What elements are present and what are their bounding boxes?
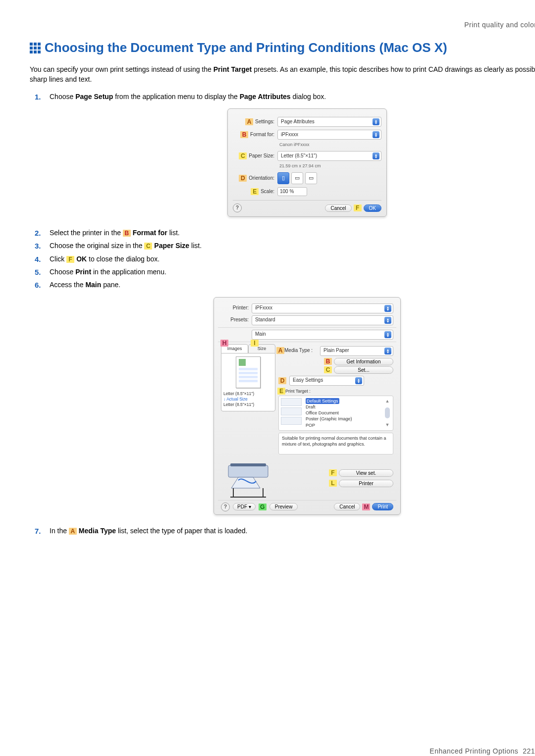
cancel-button[interactable]: Cancel [334,503,360,510]
print-dialog: Printer: iPFxxxx Presets: Standard Main [214,297,401,515]
set-button[interactable]: Set... [334,366,393,374]
paper-size-select[interactable]: Letter (8.5"×11") [277,151,381,161]
step-7: 7. In the A Media Type list, select the … [50,526,535,536]
format-for-select[interactable]: iPFxxxx [277,130,381,140]
callout-f2: F [329,469,337,476]
target-description: Suitable for printing normal documents t… [278,433,393,454]
updown-icon [373,118,379,125]
callout-c2: C [324,366,332,373]
callout-l: L [329,480,337,487]
intro-paragraph: You can specify your own print settings … [30,64,535,85]
printer-button[interactable]: Printer [339,480,393,487]
printer-select[interactable]: iPFxxxx [252,303,393,313]
callout-e: E [251,188,259,195]
cancel-button[interactable]: Cancel [325,204,351,212]
grid-icon [30,43,41,53]
easy-settings-select[interactable]: Easy Settings [289,376,364,386]
updown-icon [384,305,391,312]
svg-rect-1 [230,463,266,466]
callout-m: M [362,504,370,510]
orientation-landscape[interactable]: ▭ [291,172,303,184]
callout-d2: D [278,377,286,384]
callout-b2: B [324,358,332,365]
media-type-select[interactable]: Plain Paper [320,346,393,356]
settings-select[interactable]: Page Attributes [277,117,381,127]
ok-button[interactable]: OK [364,204,381,212]
tab-size[interactable]: I Size [248,344,275,353]
page-footer: Enhanced Printing Options 221 [429,746,535,756]
section-header: Print quality and color settings [30,20,535,30]
tab-images[interactable]: H Images [221,344,248,353]
callout-a2: A [276,347,284,354]
callout-d: D [239,175,247,182]
callout-h: H [220,340,228,347]
callout-a: A [245,118,253,125]
scale-input[interactable]: 100 % [277,187,307,196]
step-6: 6. Access the Main pane. Printer: iPFxxx… [50,280,535,515]
presets-select[interactable]: Standard [252,315,393,325]
callout-e2: E [277,388,285,395]
updown-icon [384,317,391,324]
step-2: 2. Select the printer in the B Format fo… [50,228,535,238]
updown-icon [355,377,362,384]
preview-button[interactable]: Preview [269,503,298,510]
updown-icon [373,131,379,138]
svg-rect-0 [228,465,268,477]
help-icon[interactable]: ? [221,503,230,511]
pane-select[interactable]: Main [252,330,393,340]
step-5: 5. Choose Print in the application menu. [50,267,535,277]
orientation-reverse-landscape[interactable]: ▭ [305,172,317,184]
pdf-button[interactable]: PDF ▾ [233,503,256,510]
print-target-list[interactable]: Default Settings Draft Office Document P… [278,396,393,431]
page-setup-dialog: A Settings: Page Attributes B Format for… [227,108,387,217]
print-target-label: Print Target : [285,389,311,394]
step-3: 3. Choose the original size in the C Pap… [50,241,535,251]
print-button[interactable]: Print [372,503,393,510]
printer-illustration [221,458,275,498]
step-4: 4. Click F OK to close the dialog box. [50,254,535,264]
paper-size-subtext: 21.59 cm x 27.94 cm [279,163,381,169]
page-title: Choosing the Document Type and Printing … [45,40,447,56]
updown-icon [384,331,391,338]
callout-b: B [240,131,248,138]
get-information-button[interactable]: Get Information [334,358,393,365]
callout-i: I [251,340,259,347]
help-icon[interactable]: ? [233,203,242,212]
preview-thumbnail: Letter (8.5"×11") ↓ Actual Size Letter (… [221,353,275,411]
updown-icon [384,348,391,354]
updown-icon [373,152,379,159]
view-set-button[interactable]: View set. [339,469,393,477]
format-for-subtext: Canon iPFxxxx [279,142,381,148]
orientation-portrait[interactable]: ▯ [277,172,289,184]
svg-marker-2 [231,477,260,488]
callout-c: C [239,152,247,159]
callout-f: F [354,204,362,211]
callout-g: G [259,504,267,510]
step-1: 1. Choose Page Setup from the applicatio… [50,92,535,217]
scrollbar[interactable]: ▲▼ [384,398,391,428]
